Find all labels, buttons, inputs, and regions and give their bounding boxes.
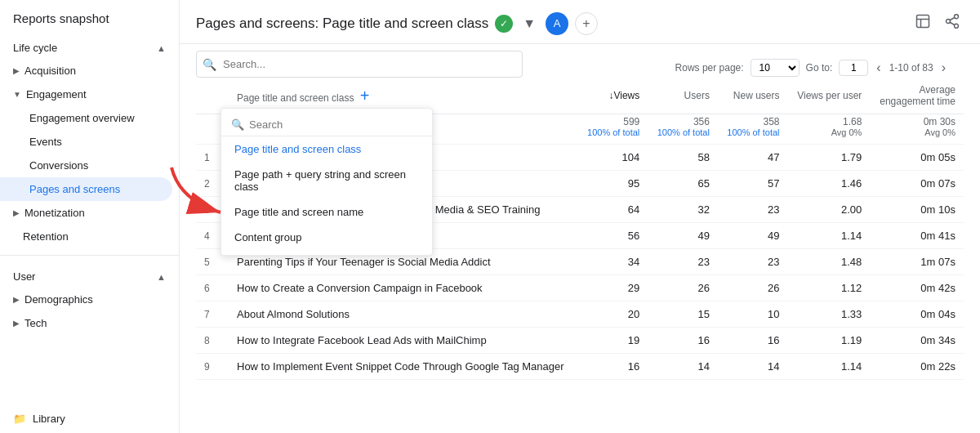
topbar-actions — [911, 10, 964, 37]
sidebar-item-label: Monetization — [24, 207, 85, 219]
sidebar-item-demographics[interactable]: ▶ Demographics — [0, 288, 172, 311]
row-title: How to Create a Conversion Campaign in F… — [229, 275, 578, 301]
row-views: 20 — [578, 301, 648, 328]
sidebar-item-events[interactable]: Events — [0, 130, 172, 154]
row-title: How to Integrate Facebook Lead Ads with … — [229, 328, 578, 354]
row-avg-engagement: 0m 10s — [870, 197, 964, 223]
dropdown-item[interactable]: Page path + query string and screen clas… — [221, 162, 432, 199]
dropdown-search-wrap: 🔍 — [221, 114, 432, 136]
user-section: User ▲ ▶ Demographics ▶ Tech — [0, 266, 179, 335]
rows-per-page-select[interactable]: 10 25 50 — [751, 59, 800, 77]
sort-arrow: ↓ — [608, 90, 613, 101]
row-avg-engagement: 1m 07s — [870, 249, 964, 275]
row-views-per-user: 1.48 — [788, 249, 871, 275]
row-new-users: 23 — [718, 249, 788, 275]
sidebar-item-label: Events — [29, 136, 62, 148]
row-new-users: 10 — [718, 301, 788, 328]
row-avg-engagement: 0m 41s — [870, 223, 964, 249]
title-dropdown-button[interactable]: ▼ — [519, 15, 539, 33]
verified-icon: ✓ — [495, 15, 513, 33]
avatar: A — [546, 12, 568, 35]
sidebar-item-label: Engagement — [26, 88, 87, 100]
dropdown-item[interactable]: Page title and screen class — [221, 136, 432, 162]
col-label: Page title and screen class — [237, 92, 354, 104]
row-users: 15 — [648, 301, 718, 328]
row-views-per-user: 1.46 — [788, 171, 871, 197]
row-avg-engagement: 0m 07s — [870, 171, 964, 197]
arrow-icon: ▶ — [13, 208, 20, 217]
lifecycle-header[interactable]: Life cycle ▲ — [0, 37, 179, 59]
sidebar-item-label: Engagement overview — [29, 112, 135, 124]
svg-point-3 — [955, 15, 959, 19]
row-new-users: 47 — [718, 145, 788, 171]
arrow-icon: ▶ — [13, 66, 20, 75]
sidebar-item-monetization[interactable]: ▶ Monetization — [0, 201, 172, 225]
go-to-label: Go to: — [806, 62, 833, 74]
search-icon: 🔍 — [203, 58, 216, 71]
col-views[interactable]: ↓Views — [578, 78, 648, 114]
share-icon-button[interactable] — [941, 10, 964, 37]
col-views-per-user: Views per user — [788, 78, 871, 114]
library-icon: 📁 — [13, 413, 26, 425]
header-row: 🔍 Rows per page: 10 25 50 Go to: ‹ 1-10 … — [180, 44, 980, 78]
row-users: 58 — [648, 145, 718, 171]
rows-per-page-label: Rows per page: — [675, 62, 744, 74]
col-avg-engagement: Averageengagement time — [870, 78, 964, 114]
row-num: 6 — [196, 275, 229, 301]
go-to-input[interactable] — [839, 60, 868, 76]
chart-icon-button[interactable] — [911, 10, 934, 37]
search-input[interactable] — [196, 51, 523, 78]
row-users: 26 — [648, 275, 718, 301]
dropdown-search-input[interactable] — [249, 118, 422, 131]
row-new-users: 49 — [718, 223, 788, 249]
sidebar-item-label: Retention — [23, 230, 69, 243]
row-users: 65 — [648, 171, 718, 197]
row-title: How to Implement Event Snippet Code Thro… — [229, 354, 578, 380]
library-item[interactable]: 📁 Library — [0, 404, 179, 433]
row-views-per-user: 1.19 — [788, 328, 871, 354]
row-new-users: 57 — [718, 171, 788, 197]
row-views: 16 — [578, 354, 648, 380]
prev-page-button[interactable]: ‹ — [875, 59, 882, 77]
svg-point-5 — [955, 24, 959, 28]
next-page-button[interactable]: › — [940, 59, 947, 77]
sidebar-item-pages-and-screens[interactable]: Pages and screens — [0, 177, 172, 201]
add-dimension-button[interactable]: + — [357, 87, 373, 105]
lifecycle-chevron: ▲ — [157, 43, 166, 53]
sidebar-item-label: Acquisition — [24, 65, 76, 77]
table-row: 8 How to Integrate Facebook Lead Ads wit… — [196, 328, 964, 354]
row-avg-engagement: 0m 05s — [870, 145, 964, 171]
row-avg-engagement: 0m 04s — [870, 301, 964, 328]
add-button[interactable]: + — [575, 12, 598, 35]
dropdown-item[interactable]: Content group — [221, 225, 432, 250]
dropdown-item[interactable]: Page title and screen name — [221, 199, 432, 225]
row-views: 64 — [578, 197, 648, 223]
row-views-per-user: 2.00 — [788, 197, 871, 223]
user-chevron: ▲ — [157, 272, 166, 282]
arrow-icon: ▶ — [13, 319, 20, 328]
sidebar-item-engagement-overview[interactable]: Engagement overview — [0, 106, 172, 130]
sidebar-item-label: Tech — [24, 317, 47, 329]
row-users: 16 — [648, 328, 718, 354]
row-users: 14 — [648, 354, 718, 380]
svg-rect-0 — [917, 16, 929, 28]
row-views: 34 — [578, 249, 648, 275]
dropdown-search-icon: 🔍 — [231, 118, 244, 131]
table-row: 9 How to Implement Event Snippet Code Th… — [196, 354, 964, 380]
sidebar-item-conversions[interactable]: Conversions — [0, 154, 172, 177]
sidebar-item-acquisition[interactable]: ▶ Acquisition — [0, 59, 172, 83]
lifecycle-label: Life cycle — [13, 42, 57, 54]
sidebar-item-retention[interactable]: Retention — [0, 225, 172, 248]
sidebar-item-tech[interactable]: ▶ Tech — [0, 311, 172, 335]
row-num: 9 — [196, 354, 229, 380]
topbar-title-area: Pages and screens: Page title and screen… — [196, 12, 905, 35]
library-label: Library — [33, 413, 65, 425]
sidebar-item-engagement[interactable]: ▼ Engagement — [0, 83, 172, 106]
user-label: User — [13, 270, 35, 283]
row-avg-engagement: 0m 22s — [870, 354, 964, 380]
row-new-users: 14 — [718, 354, 788, 380]
sidebar: Reports snapshot Life cycle ▲ ▶ Acquisit… — [0, 0, 180, 433]
row-num: 7 — [196, 301, 229, 328]
user-header[interactable]: User ▲ — [0, 266, 179, 288]
row-title: About Almond Solutions — [229, 301, 578, 328]
